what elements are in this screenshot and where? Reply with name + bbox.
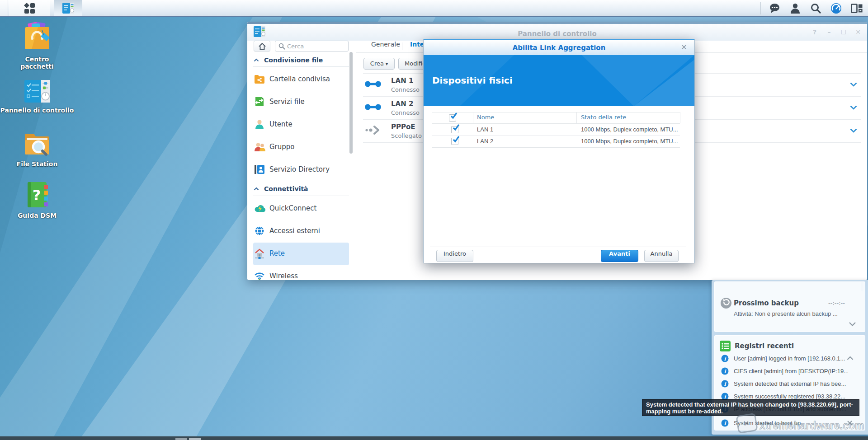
chevron-down-icon[interactable] (850, 105, 857, 110)
dialog-titlebar: Abilita Link Aggregation ✕ (424, 40, 694, 55)
package-center-icon (23, 22, 52, 52)
main-menu-button[interactable] (9, 0, 50, 16)
chevron-up-icon[interactable] (847, 356, 854, 360)
desktop-icon-dsm-help[interactable]: ? Guida DSM (10, 181, 64, 219)
chevron-up-icon (254, 187, 259, 191)
chevron-up-icon (254, 58, 259, 62)
file-station-icon (23, 131, 51, 157)
backup-icon (720, 297, 732, 309)
divider (253, 66, 349, 67)
sidebar-item-file-services[interactable]: Servizi file (253, 91, 349, 113)
dialog-banner: Dispositivi fisici (424, 55, 694, 106)
column-header-name[interactable]: Nome (477, 114, 494, 121)
cell-name-lan1: LAN 1 (477, 126, 493, 133)
search-icon (278, 43, 285, 50)
desktop-icon-file-station[interactable]: File Station (10, 131, 64, 168)
sidebar-item-wireless[interactable]: Wireless (253, 265, 349, 280)
row-checkbox-lan1[interactable] (451, 126, 458, 133)
table-line (432, 147, 680, 148)
app-grid-icon (24, 2, 35, 14)
network-icon (254, 248, 265, 259)
watermark-logo (736, 413, 758, 434)
sidebar-section-connectivity[interactable]: Connettività (254, 185, 308, 192)
table-line (432, 136, 680, 136)
group-icon (254, 142, 266, 152)
window-close-button[interactable]: ✕ (853, 28, 863, 37)
divider (253, 196, 349, 196)
sidebar-section-file-sharing[interactable]: Condivisione file (254, 56, 323, 64)
dsm-help-icon: ? (23, 181, 51, 208)
search-placeholder: Cerca (287, 43, 304, 50)
desktop-icon-label: File Station (10, 160, 64, 168)
cell-status-lan2: 1000 Mbps, Duplex completo, MTU... (581, 138, 678, 145)
screen-bottom-strip (0, 436, 868, 440)
window-minimize-button[interactable]: – (824, 28, 834, 37)
log-entry[interactable]: i User [admin] logged in from [192.168.0… (721, 354, 857, 366)
desktop-icon-package-center[interactable]: Centropacchetti (10, 22, 64, 70)
lan-icon (364, 103, 382, 112)
column-header-status[interactable]: Stato della rete (581, 114, 626, 121)
svg-text:?: ? (33, 187, 41, 204)
cell-status-lan1: 1000 Mbps, Duplex completo, MTU... (581, 126, 678, 133)
show-desktop-button[interactable] (0, 0, 8, 16)
lan-icon (364, 80, 382, 89)
table-line (432, 112, 680, 112)
sidebar-item-external-access[interactable]: Accessi esterni (253, 220, 349, 243)
desktop-icon-control-panel[interactable]: Pannello di controllo (10, 80, 64, 114)
control-panel-mini-icon (62, 2, 75, 14)
cancel-button[interactable]: Annulla (644, 250, 679, 262)
back-button[interactable]: Indietro (436, 250, 473, 262)
chevron-down-icon[interactable] (849, 322, 856, 327)
home-button[interactable] (254, 41, 270, 51)
user-icon[interactable] (790, 3, 801, 14)
create-button[interactable]: Crea ▾ (363, 58, 395, 70)
tab-network-interface[interactable]: Inte (410, 41, 424, 52)
bottom-strip-item (189, 438, 201, 440)
widgets-icon[interactable] (851, 3, 863, 14)
select-all-checkbox[interactable] (449, 114, 456, 122)
taskbar-window-button-control-panel[interactable] (54, 0, 82, 16)
window-maximize-button[interactable]: ☐ (839, 28, 849, 37)
info-icon: i (721, 355, 729, 362)
control-panel-icon (23, 80, 51, 103)
sidebar-item-network[interactable]: Rete (253, 243, 349, 265)
sidebar-scrollbar[interactable] (349, 52, 353, 154)
backup-time: --:--:-- (828, 300, 845, 306)
widget-title: Prossimo backup (734, 299, 799, 307)
window-titlebar[interactable]: Pannello di controllo ? – ☐ ✕ (247, 24, 867, 41)
watermark-text: xtremehardware.com (760, 420, 864, 432)
log-entry[interactable]: i CIFS client [admin] from [DESKTOP(IP:1… (721, 366, 857, 379)
row-checkbox-lan2[interactable] (451, 138, 458, 145)
sidebar-item-directory-service[interactable]: Servizio Directory (253, 159, 349, 181)
widget-title: Registri recenti (735, 342, 794, 350)
window-help-button[interactable]: ? (810, 28, 820, 37)
log-entry[interactable]: i System detected that external IP has b… (721, 379, 857, 392)
tab-general[interactable]: Generale (371, 41, 400, 52)
desktop-icon-label: Pannello di controllo (0, 107, 78, 114)
search-icon[interactable] (810, 3, 821, 14)
desktop-icon-label: Guida DSM (10, 212, 64, 219)
chevron-down-icon[interactable] (850, 128, 857, 133)
dialog-heading: Dispositivi fisici (432, 75, 513, 86)
desktop-icon-label: Centropacchetti (10, 56, 64, 70)
taskbar (0, 0, 868, 17)
next-button[interactable]: Avanti (601, 250, 638, 262)
sidebar-item-group[interactable]: Gruppo (253, 136, 349, 159)
sidebar-item-shared-folder[interactable]: Cartella condivisa (253, 68, 349, 91)
dialog-close-icon[interactable]: ✕ (679, 43, 689, 52)
link-aggregation-dialog: Abilita Link Aggregation ✕ Dispositivi f… (423, 39, 695, 263)
table-line (576, 112, 577, 123)
table-line (680, 112, 680, 123)
external-access-icon (254, 226, 265, 236)
divider (430, 247, 686, 247)
file-services-icon (254, 97, 265, 107)
backup-activity: Attività: Non è presente alcun backup ..… (734, 310, 838, 317)
sidebar-item-quickconnect[interactable]: QuickConnect (253, 197, 349, 220)
chat-icon[interactable] (769, 3, 780, 14)
chevron-down-icon[interactable] (850, 82, 857, 87)
home-icon (259, 43, 266, 50)
search-input[interactable]: Cerca (275, 41, 349, 51)
resource-monitor-icon[interactable] (830, 3, 842, 14)
sidebar-item-user[interactable]: Utente (253, 113, 349, 136)
desktop: Centropacchetti Pannello di controllo (0, 0, 868, 440)
